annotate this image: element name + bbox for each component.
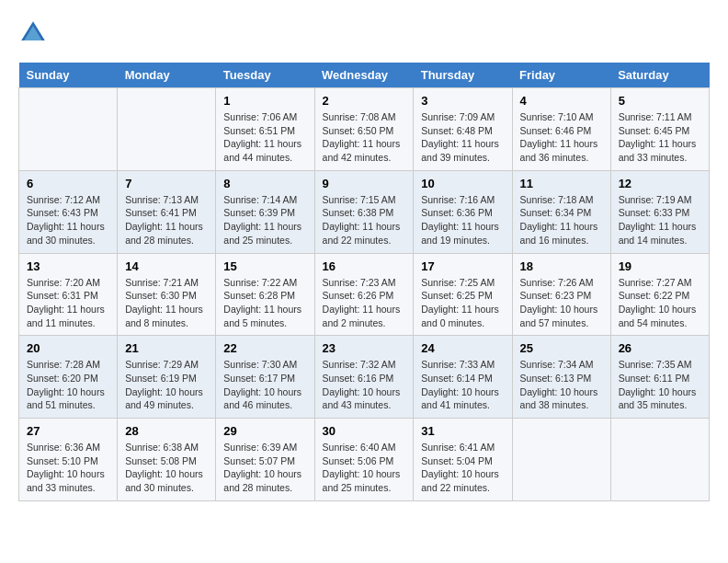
day-cell-17: 17Sunrise: 7:25 AM Sunset: 6:25 PM Dayli… bbox=[414, 253, 512, 336]
day-number: 15 bbox=[223, 259, 306, 273]
day-number: 14 bbox=[125, 259, 208, 273]
day-info: Sunrise: 7:12 AM Sunset: 6:43 PM Dayligh… bbox=[27, 193, 109, 247]
day-info: Sunrise: 7:21 AM Sunset: 6:30 PM Dayligh… bbox=[125, 276, 208, 330]
day-info: Sunrise: 7:25 AM Sunset: 6:25 PM Dayligh… bbox=[421, 276, 504, 330]
day-info: Sunrise: 7:10 AM Sunset: 6:46 PM Dayligh… bbox=[520, 110, 603, 165]
day-number: 22 bbox=[223, 341, 306, 355]
day-number: 30 bbox=[323, 424, 406, 438]
page-header bbox=[18, 18, 710, 48]
day-info: Sunrise: 7:26 AM Sunset: 6:23 PM Dayligh… bbox=[520, 276, 603, 330]
day-cell-6: 6Sunrise: 7:12 AM Sunset: 6:43 PM Daylig… bbox=[19, 170, 118, 253]
day-cell-23: 23Sunrise: 7:32 AM Sunset: 6:16 PM Dayli… bbox=[314, 336, 414, 419]
day-header-monday: Monday bbox=[118, 63, 216, 88]
day-cell-27: 27Sunrise: 6:36 AM Sunset: 5:10 PM Dayli… bbox=[19, 419, 118, 501]
day-info: Sunrise: 7:06 AM Sunset: 6:51 PM Dayligh… bbox=[223, 110, 306, 165]
day-info: Sunrise: 7:28 AM Sunset: 6:20 PM Dayligh… bbox=[27, 358, 109, 412]
day-header-tuesday: Tuesday bbox=[216, 63, 314, 88]
days-header-row: SundayMondayTuesdayWednesdayThursdayFrid… bbox=[19, 63, 710, 88]
day-number: 10 bbox=[421, 177, 504, 190]
empty-cell bbox=[610, 419, 709, 501]
day-number: 25 bbox=[520, 341, 603, 355]
day-cell-9: 9Sunrise: 7:15 AM Sunset: 6:38 PM Daylig… bbox=[314, 170, 414, 253]
day-cell-3: 3Sunrise: 7:09 AM Sunset: 6:48 PM Daylig… bbox=[414, 88, 512, 171]
day-info: Sunrise: 7:14 AM Sunset: 6:39 PM Dayligh… bbox=[223, 193, 306, 247]
day-number: 12 bbox=[619, 177, 701, 190]
week-row-3: 13Sunrise: 7:20 AM Sunset: 6:31 PM Dayli… bbox=[19, 253, 710, 336]
day-number: 8 bbox=[223, 177, 306, 190]
day-cell-12: 12Sunrise: 7:19 AM Sunset: 6:33 PM Dayli… bbox=[610, 170, 709, 253]
day-info: Sunrise: 7:27 AM Sunset: 6:22 PM Dayligh… bbox=[619, 276, 701, 330]
day-cell-10: 10Sunrise: 7:16 AM Sunset: 6:36 PM Dayli… bbox=[414, 170, 512, 253]
day-cell-16: 16Sunrise: 7:23 AM Sunset: 6:26 PM Dayli… bbox=[314, 253, 414, 336]
day-cell-14: 14Sunrise: 7:21 AM Sunset: 6:30 PM Dayli… bbox=[118, 253, 216, 336]
day-number: 28 bbox=[125, 424, 208, 438]
day-cell-28: 28Sunrise: 6:38 AM Sunset: 5:08 PM Dayli… bbox=[118, 419, 216, 501]
day-cell-11: 11Sunrise: 7:18 AM Sunset: 6:34 PM Dayli… bbox=[512, 170, 610, 253]
day-cell-19: 19Sunrise: 7:27 AM Sunset: 6:22 PM Dayli… bbox=[610, 253, 709, 336]
day-info: Sunrise: 7:30 AM Sunset: 6:17 PM Dayligh… bbox=[223, 358, 306, 412]
day-number: 4 bbox=[520, 94, 603, 108]
week-row-5: 27Sunrise: 6:36 AM Sunset: 5:10 PM Dayli… bbox=[19, 419, 710, 501]
day-number: 19 bbox=[619, 259, 701, 273]
day-cell-26: 26Sunrise: 7:35 AM Sunset: 6:11 PM Dayli… bbox=[610, 336, 709, 419]
empty-cell bbox=[19, 88, 118, 171]
day-number: 11 bbox=[520, 177, 603, 190]
day-number: 27 bbox=[27, 424, 109, 438]
day-info: Sunrise: 7:23 AM Sunset: 6:26 PM Dayligh… bbox=[323, 276, 406, 330]
day-number: 29 bbox=[223, 424, 306, 438]
day-number: 9 bbox=[323, 177, 406, 190]
day-cell-29: 29Sunrise: 6:39 AM Sunset: 5:07 PM Dayli… bbox=[216, 419, 314, 501]
day-cell-31: 31Sunrise: 6:41 AM Sunset: 5:04 PM Dayli… bbox=[414, 419, 512, 501]
day-cell-5: 5Sunrise: 7:11 AM Sunset: 6:45 PM Daylig… bbox=[610, 88, 709, 171]
day-header-thursday: Thursday bbox=[414, 63, 512, 88]
day-cell-30: 30Sunrise: 6:40 AM Sunset: 5:06 PM Dayli… bbox=[314, 419, 414, 501]
day-number: 6 bbox=[27, 177, 109, 190]
day-number: 5 bbox=[619, 94, 701, 108]
day-header-wednesday: Wednesday bbox=[314, 63, 414, 88]
day-info: Sunrise: 6:38 AM Sunset: 5:08 PM Dayligh… bbox=[125, 441, 208, 495]
day-cell-21: 21Sunrise: 7:29 AM Sunset: 6:19 PM Dayli… bbox=[118, 336, 216, 419]
day-cell-13: 13Sunrise: 7:20 AM Sunset: 6:31 PM Dayli… bbox=[19, 253, 118, 336]
day-header-friday: Friday bbox=[512, 63, 610, 88]
day-number: 17 bbox=[421, 259, 504, 273]
empty-cell bbox=[118, 88, 216, 171]
day-info: Sunrise: 7:13 AM Sunset: 6:41 PM Dayligh… bbox=[125, 193, 208, 247]
day-info: Sunrise: 7:08 AM Sunset: 6:50 PM Dayligh… bbox=[323, 110, 406, 165]
day-cell-25: 25Sunrise: 7:34 AM Sunset: 6:13 PM Dayli… bbox=[512, 336, 610, 419]
day-info: Sunrise: 7:33 AM Sunset: 6:14 PM Dayligh… bbox=[421, 358, 504, 412]
day-number: 3 bbox=[421, 94, 504, 108]
day-cell-24: 24Sunrise: 7:33 AM Sunset: 6:14 PM Dayli… bbox=[414, 336, 512, 419]
day-number: 1 bbox=[223, 94, 306, 108]
week-row-4: 20Sunrise: 7:28 AM Sunset: 6:20 PM Dayli… bbox=[19, 336, 710, 419]
day-cell-15: 15Sunrise: 7:22 AM Sunset: 6:28 PM Dayli… bbox=[216, 253, 314, 336]
day-info: Sunrise: 7:09 AM Sunset: 6:48 PM Dayligh… bbox=[421, 110, 504, 165]
day-number: 26 bbox=[619, 341, 701, 355]
day-number: 2 bbox=[323, 94, 406, 108]
day-cell-7: 7Sunrise: 7:13 AM Sunset: 6:41 PM Daylig… bbox=[118, 170, 216, 253]
day-info: Sunrise: 7:22 AM Sunset: 6:28 PM Dayligh… bbox=[223, 276, 306, 330]
day-cell-18: 18Sunrise: 7:26 AM Sunset: 6:23 PM Dayli… bbox=[512, 253, 610, 336]
day-cell-2: 2Sunrise: 7:08 AM Sunset: 6:50 PM Daylig… bbox=[314, 88, 414, 171]
week-row-1: 1Sunrise: 7:06 AM Sunset: 6:51 PM Daylig… bbox=[19, 88, 710, 171]
day-number: 31 bbox=[421, 424, 504, 438]
day-number: 18 bbox=[520, 259, 603, 273]
day-number: 7 bbox=[125, 177, 208, 190]
logo-icon bbox=[18, 18, 48, 48]
day-header-sunday: Sunday bbox=[19, 63, 118, 88]
day-info: Sunrise: 6:39 AM Sunset: 5:07 PM Dayligh… bbox=[223, 441, 306, 495]
day-header-saturday: Saturday bbox=[610, 63, 709, 88]
day-number: 23 bbox=[323, 341, 406, 355]
day-cell-1: 1Sunrise: 7:06 AM Sunset: 6:51 PM Daylig… bbox=[216, 88, 314, 171]
day-info: Sunrise: 7:18 AM Sunset: 6:34 PM Dayligh… bbox=[520, 193, 603, 247]
day-info: Sunrise: 7:29 AM Sunset: 6:19 PM Dayligh… bbox=[125, 358, 208, 412]
day-info: Sunrise: 6:41 AM Sunset: 5:04 PM Dayligh… bbox=[421, 441, 504, 495]
day-number: 21 bbox=[125, 341, 208, 355]
day-info: Sunrise: 7:16 AM Sunset: 6:36 PM Dayligh… bbox=[421, 193, 504, 247]
day-info: Sunrise: 6:40 AM Sunset: 5:06 PM Dayligh… bbox=[323, 441, 406, 495]
day-number: 24 bbox=[421, 341, 504, 355]
day-info: Sunrise: 6:36 AM Sunset: 5:10 PM Dayligh… bbox=[27, 441, 109, 495]
day-info: Sunrise: 7:15 AM Sunset: 6:38 PM Dayligh… bbox=[323, 193, 406, 247]
day-info: Sunrise: 7:11 AM Sunset: 6:45 PM Dayligh… bbox=[619, 110, 701, 165]
empty-cell bbox=[512, 419, 610, 501]
day-cell-22: 22Sunrise: 7:30 AM Sunset: 6:17 PM Dayli… bbox=[216, 336, 314, 419]
